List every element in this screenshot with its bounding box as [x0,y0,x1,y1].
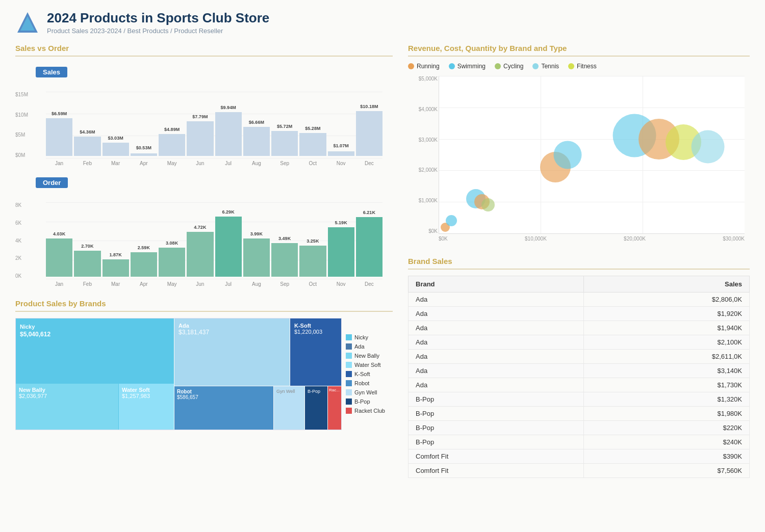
legend-ksoft: K-Soft [346,371,389,377]
brand-table-row: Ada$2,611,0K [409,350,750,364]
bar-jul-sales: $9.94M [215,90,242,156]
sales-order-title: Sales vs Order [15,44,393,57]
order-bar-nov-label: 5.19K [335,220,347,225]
order-bar-sep-label: 3.49K [278,236,291,241]
treemap-ada[interactable]: Ada $3,181,437 [174,318,290,386]
page-subtitle: Product Sales 2023-2024 / Best Products … [47,27,269,35]
legend-ksoft-color [346,371,352,377]
bar-dec-fill: $10.18M [356,111,382,156]
brand-cell: Ada [409,364,584,378]
y-1000k: $1,000K [408,198,438,203]
y-tick-6k: 6K [15,220,43,226]
order-bar-mar: 1.87K [103,200,129,277]
month-oct: Oct [299,161,326,166]
legend-racket-club: Racket Club [346,408,389,414]
bar-aug-fill: $6.66M [243,127,270,156]
brand-table-row: B-Pop$1,980K [409,407,750,421]
sales-cell: $1,940K [583,321,749,335]
bar-apr-fill: $0.53M [131,153,157,156]
legend-tennis-label: Tennis [541,63,559,70]
brand-cell: Ada [409,292,584,307]
brand-table-body: Ada$2,806,0KAda$1,920KAda$1,940KAda$2,10… [409,292,750,478]
brand-cell: B-Pop [409,407,584,421]
sales-chart-container: Sales $15M $10M $5M $0M [15,63,393,168]
bubble-title: Revenue, Cost, Quantity by Brand and Typ… [408,44,750,57]
treemap-gyn-well[interactable]: Gyn Well [274,386,304,430]
bar-dec-label: $10.18M [360,104,378,109]
header-text: 2024 Products in Sports Club Store Produ… [47,10,269,35]
fitness-dot [568,63,574,69]
order-bar-jun-label: 4.72K [194,225,206,230]
brand-cell: Ada [409,335,584,350]
y-tick-4k: 4K [15,238,43,244]
legend-ada: Ada [346,343,389,350]
treemap-bpop[interactable]: B-Pop [305,386,327,430]
treemap-rac[interactable]: Rac... [328,386,341,430]
order-label-btn[interactable]: Order [36,177,68,188]
month-may: May [159,161,185,166]
treemap-robot[interactable]: Robot $586,657 [174,386,273,430]
month-sep: Sep [271,161,298,166]
legend-racket-club-label: Racket Club [354,408,385,414]
bar-aug-sales: $6.66M [243,90,270,156]
brand-col-header: Brand [409,276,584,292]
treemap-right-top: Ada $3,181,437 K-Soft $1,220,003 [174,318,341,386]
sales-label-btn[interactable]: Sales [36,67,67,77]
order-bar-aug-label: 3.99K [250,231,263,236]
order-bar-jun: 4.72K [187,200,213,277]
sales-cell: $1,320K [583,392,749,407]
legend-gyn-well-label: Gyn Well [354,389,377,395]
sales-cell: $2,100K [583,335,749,350]
brand-table-row: Comfort Fit$390K [409,449,750,464]
bar-apr-label: $0.53M [136,145,151,150]
bar-mar-sales: $3.03M [103,90,129,156]
month-aug: Aug [243,161,270,166]
bubble-chart-wrapper: $5,000K $4,000K $3,000K $2,000K $1,000K … [439,76,745,242]
order-bar-apr-label: 2.59K [138,245,150,250]
legend-bpop: B-Pop [346,398,389,405]
legend-nicky-label: Nicky [354,334,368,340]
bar-oct-label: $5.28M [305,126,320,131]
legend-new-bally-label: New Bally [354,353,379,359]
legend-robot: Robot [346,380,389,386]
left-panel: Sales vs Order Sales $15M $10M $5M $0M [15,44,393,522]
bar-jun-fill: $7.79M [187,121,213,156]
bar-oct-sales: $5.28M [299,90,326,156]
treemap-new-bally[interactable]: New Bally $2,036,977 [16,384,118,430]
brand-sales-section: Brand Sales Brand Sales Ada$2,806,0KAda$… [408,257,750,478]
bar-jul-fill: $9.94M [215,112,242,156]
bubble-x-axis: $0K $10,000K $20,000K $30,000K [439,236,745,242]
y-tick-15m: $15M [15,92,43,97]
bar-jan-fill: $6.59M [46,118,72,156]
brand-table-row: B-Pop$240K [409,435,750,449]
month-dec: Dec [356,161,382,166]
treemap-water-soft[interactable]: Water Soft $1,257,983 [119,384,174,430]
bar-feb-label: $4.36M [80,129,95,135]
order-bar-oct: 3.25K [299,200,326,277]
bar-jun-label: $7.79M [192,114,208,119]
sales-cell: $1,980K [583,407,749,421]
main-content: Sales vs Order Sales $15M $10M $5M $0M [15,44,750,522]
legend-bpop-color [346,398,352,405]
y-tick-10m: $10M [15,112,43,118]
bubble-legend: Running Swimming Cycling Tennis [408,63,750,70]
brand-table-row: B-Pop$1,320K [409,392,750,407]
brand-table-row: Ada$1,730K [409,378,750,392]
page-root: 2024 Products in Sports Club Store Produ… [0,0,765,532]
order-bar-may: 3.08K [159,200,185,277]
bar-feb-fill: $4.36M [74,137,100,156]
legend-racket-club-color [346,408,352,414]
treemap-ksoft[interactable]: K-Soft $1,220,003 [290,318,341,386]
bar-may-fill: $4.89M [159,134,185,156]
bar-dec-sales: $10.18M [356,90,382,156]
month-jul: Jul [215,161,242,166]
bar-mar-fill: $3.03M [103,143,129,156]
brand-cell: B-Pop [409,435,584,449]
bar-sep-label: $5.72M [277,124,292,129]
treemap-nicky[interactable]: Nicky $5,040,612 New Bally $2,036,977 Wa… [16,318,174,430]
bubble-7 [553,141,581,169]
page-title: 2024 Products in Sports Club Store [47,10,269,26]
treemap-right: Ada $3,181,437 K-Soft $1,220,003 [174,318,341,430]
legend-tennis: Tennis [532,63,559,70]
bubble-11 [692,130,725,164]
